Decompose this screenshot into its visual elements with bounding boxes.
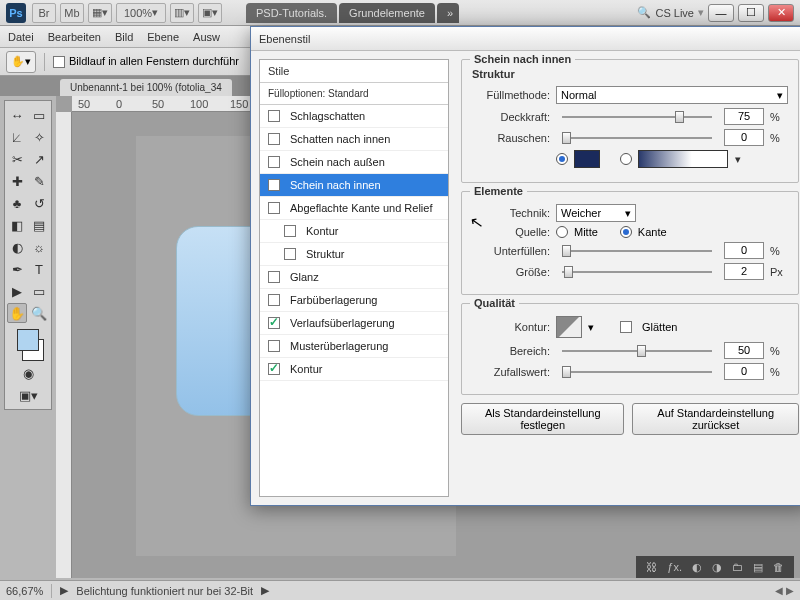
mask-icon[interactable]: ◐ (692, 561, 702, 574)
gradient-tool-icon[interactable]: ▤ (29, 215, 49, 235)
cslive-button[interactable]: CS Live (655, 7, 694, 19)
jitter-input[interactable]: 0 (724, 363, 764, 380)
screenmode-icon[interactable]: ▣▾ (7, 385, 49, 405)
workspace-tab[interactable]: PSD-Tutorials. (246, 3, 337, 23)
minimize-button[interactable]: — (708, 4, 734, 22)
brush-tool-icon[interactable]: ✎ (29, 171, 49, 191)
range-input[interactable]: 50 (724, 342, 764, 359)
style-bevel-contour[interactable]: Kontur (260, 220, 448, 243)
blur-tool-icon[interactable]: ◐ (7, 237, 27, 257)
shape-tool-icon[interactable]: ▭ (29, 281, 49, 301)
zoom-level[interactable]: 100% ▾ (116, 3, 166, 23)
style-inner-glow[interactable]: Schein nach innen (260, 174, 448, 197)
choke-slider[interactable] (562, 243, 712, 259)
menu-image[interactable]: Bild (115, 31, 133, 43)
style-bevel[interactable]: Abgeflachte Kante und Relief (260, 197, 448, 220)
blend-mode-select[interactable]: Normal▾ (556, 86, 788, 104)
inner-glow-fieldset: Schein nach innen Struktur Füllmethode: … (461, 59, 799, 183)
hand-tool-icon[interactable]: ✋ (7, 303, 27, 323)
pen-tool-icon[interactable]: ✒ (7, 259, 27, 279)
size-input[interactable]: 2 (724, 263, 764, 280)
view-extras-icon[interactable]: ▦▾ (88, 3, 112, 23)
menu-edit[interactable]: Bearbeiten (48, 31, 101, 43)
maximize-button[interactable]: ☐ (738, 4, 764, 22)
adjustment-icon[interactable]: ◑ (712, 561, 722, 574)
eyedropper-tool-icon[interactable]: ↗ (29, 149, 49, 169)
glow-color-swatch[interactable] (574, 150, 600, 168)
menu-file[interactable]: Datei (8, 31, 34, 43)
style-inner-shadow[interactable]: Schatten nach innen (260, 128, 448, 151)
style-color-overlay[interactable]: Farbüberlagerung (260, 289, 448, 312)
hand-tool-preset-icon[interactable]: ✋▾ (6, 51, 36, 73)
source-edge-radio[interactable] (620, 226, 632, 238)
style-bevel-texture[interactable]: Struktur (260, 243, 448, 266)
move-tool-icon[interactable]: ↔ (7, 105, 27, 125)
menu-layer[interactable]: Ebene (147, 31, 179, 43)
style-satin[interactable]: Glanz (260, 266, 448, 289)
reset-default-button[interactable]: Auf Standardeinstellung zurückset (632, 403, 799, 435)
zoom-tool-icon[interactable]: 🔍 (29, 303, 49, 323)
wand-tool-icon[interactable]: ✧ (29, 127, 49, 147)
folder-icon[interactable]: 🗀 (732, 561, 743, 573)
style-settings-panel: Schein nach innen Struktur Füllmethode: … (457, 51, 800, 505)
lasso-tool-icon[interactable]: ⟀ (7, 127, 27, 147)
fx-icon[interactable]: ƒx. (667, 561, 682, 573)
status-info-icon[interactable]: ▶ (60, 584, 68, 597)
close-button[interactable]: ✕ (768, 4, 794, 22)
style-outer-glow[interactable]: Schein nach außen (260, 151, 448, 174)
stamp-tool-icon[interactable]: ♣ (7, 193, 27, 213)
color-swatches[interactable] (7, 325, 49, 361)
bridge-icon[interactable]: Br (32, 3, 56, 23)
make-default-button[interactable]: Als Standardeinstellung festlegen (461, 403, 624, 435)
new-layer-icon[interactable]: ▤ (753, 561, 763, 574)
antialias-checkbox[interactable] (620, 321, 632, 333)
gradient-radio[interactable] (620, 153, 632, 165)
color-radio[interactable] (556, 153, 568, 165)
noise-slider[interactable] (562, 130, 712, 146)
eraser-tool-icon[interactable]: ◧ (7, 215, 27, 235)
antialias-label: Glätten (642, 321, 677, 333)
style-stroke[interactable]: Kontur (260, 358, 448, 381)
menu-select[interactable]: Ausw (193, 31, 220, 43)
dialog-titlebar[interactable]: Ebenenstil (251, 27, 800, 51)
range-slider[interactable] (562, 343, 712, 359)
contour-picker[interactable] (556, 316, 582, 338)
status-zoom[interactable]: 66,67% (6, 585, 43, 597)
blend-options-item[interactable]: Fülloptionen: Standard (260, 83, 448, 105)
status-info-more-icon[interactable]: ▶ (261, 584, 269, 597)
opacity-input[interactable]: 75 (724, 108, 764, 125)
opacity-slider[interactable] (562, 109, 712, 125)
quickmask-icon[interactable]: ◉ (7, 363, 49, 383)
choke-input[interactable]: 0 (724, 242, 764, 259)
glow-gradient-swatch[interactable] (638, 150, 728, 168)
type-tool-icon[interactable]: T (29, 259, 49, 279)
healing-tool-icon[interactable]: ✚ (7, 171, 27, 191)
dodge-tool-icon[interactable]: ☼ (29, 237, 49, 257)
resize-grip-icon[interactable]: ◀ ▶ (775, 585, 794, 596)
document-tab[interactable]: Unbenannt-1 bei 100% (fotolia_34 (60, 79, 232, 96)
noise-label: Rauschen: (472, 132, 550, 144)
technique-select[interactable]: Weicher▾ (556, 204, 636, 222)
link-layers-icon[interactable]: ⛓ (646, 561, 657, 573)
workspace-tab[interactable]: Grundelemente (339, 3, 435, 23)
screen-mode-icon[interactable]: ▣▾ (198, 3, 222, 23)
noise-input[interactable]: 0 (724, 129, 764, 146)
style-pattern-overlay[interactable]: Musterüberlagerung (260, 335, 448, 358)
history-brush-icon[interactable]: ↺ (29, 193, 49, 213)
style-drop-shadow[interactable]: Schlagschatten (260, 105, 448, 128)
path-select-icon[interactable]: ▶ (7, 281, 27, 301)
foreground-color[interactable] (17, 329, 39, 351)
trash-icon[interactable]: 🗑 (773, 561, 784, 573)
size-slider[interactable] (562, 264, 712, 280)
jitter-slider[interactable] (562, 364, 712, 380)
marquee-tool-icon[interactable]: ▭ (29, 105, 49, 125)
scroll-all-windows-checkbox[interactable]: Bildlauf in allen Fenstern durchführ (53, 55, 239, 68)
style-list-header[interactable]: Stile (260, 60, 448, 83)
search-icon[interactable]: 🔍 (637, 6, 651, 19)
workspace-more-icon[interactable]: » (437, 3, 459, 23)
crop-tool-icon[interactable]: ✂ (7, 149, 27, 169)
style-gradient-overlay[interactable]: Verlaufsüberlagerung (260, 312, 448, 335)
arrange-documents-icon[interactable]: ▥▾ (170, 3, 194, 23)
source-center-radio[interactable] (556, 226, 568, 238)
minibridge-icon[interactable]: Mb (60, 3, 84, 23)
